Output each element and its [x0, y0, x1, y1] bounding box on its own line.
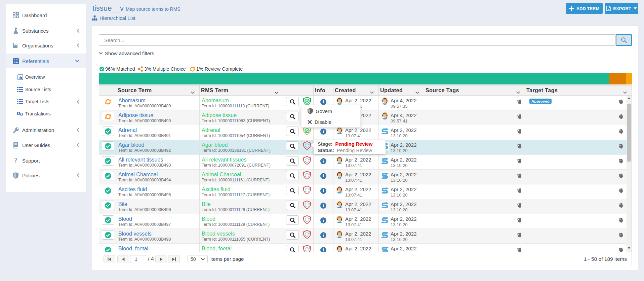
svg-text:x: x — [608, 8, 609, 11]
svg-text:A: A — [17, 112, 19, 115]
svg-text:文: 文 — [20, 113, 23, 116]
